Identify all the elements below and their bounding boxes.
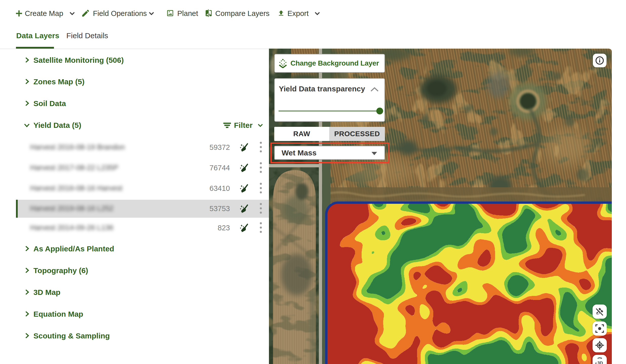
svg-text:3D: 3D	[597, 361, 603, 364]
